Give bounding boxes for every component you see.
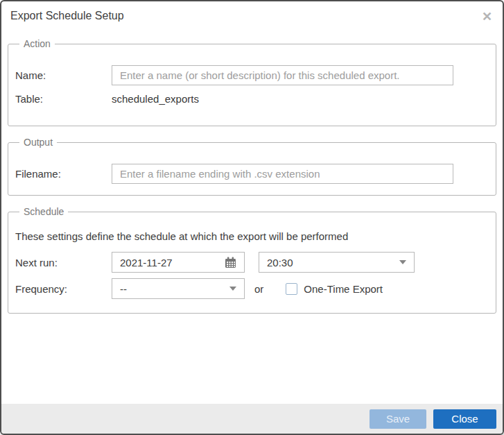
next-run-time-value: 20:30 (267, 257, 293, 268)
dialog-footer: Save Close (1, 404, 503, 434)
frequency-label: Frequency: (15, 283, 112, 295)
action-section: Action Name: Table: scheduled_exports (8, 38, 496, 126)
filename-row: Filename: (15, 164, 489, 184)
schedule-description: These settings define the schedule at wh… (15, 230, 489, 242)
name-input[interactable] (112, 65, 453, 85)
next-run-row: Next run: 2021-11-27 (15, 252, 489, 273)
one-time-export-label[interactable]: One-Time Export (304, 283, 383, 295)
one-time-export-checkbox[interactable] (286, 283, 297, 295)
export-schedule-setup-dialog: Export Schedule Setup ✕ Action Name: Tab… (0, 0, 504, 435)
frequency-value: -- (120, 283, 127, 295)
dialog-title: Export Schedule Setup (10, 10, 124, 22)
close-icon[interactable]: ✕ (480, 10, 494, 24)
table-label: Table: (15, 93, 112, 105)
dialog-titlebar: Export Schedule Setup ✕ (1, 1, 503, 22)
output-section: Output Filename: (8, 137, 496, 196)
chevron-down-icon (229, 287, 236, 291)
close-button[interactable]: Close (433, 409, 496, 429)
save-button[interactable]: Save (370, 409, 426, 429)
next-run-date-picker[interactable]: 2021-11-27 (112, 252, 245, 273)
frequency-dropdown[interactable]: -- (112, 278, 245, 299)
filename-input[interactable] (112, 164, 453, 184)
table-value: scheduled_exports (112, 93, 199, 105)
or-label: or (254, 283, 263, 295)
next-run-date-value: 2021-11-27 (120, 257, 173, 268)
schedule-section-legend: Schedule (19, 206, 68, 217)
filename-label: Filename: (15, 168, 112, 180)
frequency-row: Frequency: -- or One-Time Export (15, 278, 489, 299)
next-run-time-dropdown[interactable]: 20:30 (259, 252, 415, 273)
schedule-section: Schedule These settings define the sched… (8, 206, 496, 314)
output-section-legend: Output (19, 137, 57, 148)
next-run-label: Next run: (15, 257, 112, 268)
action-section-legend: Action (19, 38, 55, 49)
table-row: Table: scheduled_exports (15, 93, 489, 105)
name-label: Name: (15, 69, 112, 81)
chevron-down-icon (399, 260, 406, 264)
calendar-icon (225, 257, 236, 268)
name-row: Name: (15, 65, 489, 85)
